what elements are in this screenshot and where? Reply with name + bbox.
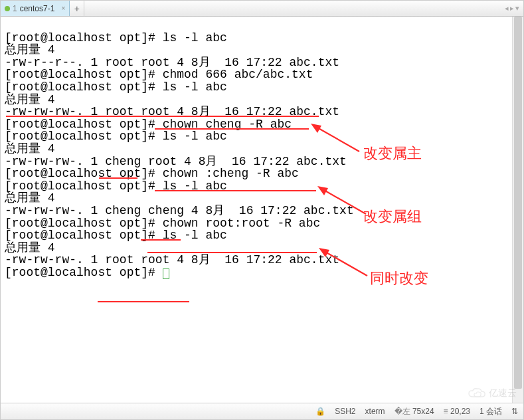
annotation-underline	[98, 301, 189, 302]
tab-nav-controls: ◂ ▸ ▾	[501, 1, 523, 16]
watermark-text: 亿速云	[489, 387, 517, 399]
out-file4: -rw-rw-rw-. 1 cheng cheng 4 8月 16 17:22 …	[5, 204, 354, 217]
cloud-icon	[468, 387, 486, 399]
annotation-underline	[155, 128, 309, 130]
annotation-label-both: 同时改变	[370, 268, 428, 288]
out-total4: 总用量 4	[5, 191, 55, 205]
tab-spacer	[84, 1, 501, 16]
prompt: [root@localhost opt]#	[5, 80, 163, 94]
prompt: [root@localhost opt]#	[5, 130, 163, 143]
cmd-chown-group: chown :cheng -R abc	[163, 167, 299, 180]
status-dot-icon	[5, 6, 10, 11]
annotation-underline	[147, 252, 317, 253]
annotation-underline	[6, 116, 319, 117]
lock-icon: 🔒	[315, 407, 325, 416]
prompt: [root@localhost opt]#	[5, 217, 163, 230]
scroll-thumb[interactable]	[514, 17, 522, 389]
status-term: xterm	[365, 407, 385, 416]
tab-index: 1	[13, 4, 17, 13]
prompt: [root@localhost opt]#	[5, 229, 163, 242]
out-total1: 总用量 4	[5, 43, 55, 56]
add-tab-button[interactable]: +	[70, 1, 84, 16]
cmd-ls3: ls -l abc	[163, 130, 227, 143]
status-pos-group: ≡ 20,23	[444, 407, 470, 416]
cmd-chown-both: chown root:root -R abc	[163, 217, 321, 230]
vertical-scrollbar[interactable]	[512, 17, 523, 403]
status-size-group: �左 75x24	[394, 406, 434, 417]
out-file5: -rw-rw-rw-. 1 root root 4 8月 16 17:22 ab…	[5, 253, 339, 266]
tab-nav-menu-icon[interactable]: ▾	[515, 4, 519, 13]
prompt: [root@localhost opt]#	[5, 31, 163, 45]
cmd-ls1: ls -l abc	[163, 31, 227, 45]
status-session: 1 会话	[480, 406, 502, 417]
tab-nav-left-icon[interactable]: ◂	[505, 4, 509, 13]
out-total3: 总用量 4	[5, 142, 55, 156]
watermark: 亿速云	[468, 387, 517, 399]
close-icon[interactable]: ×	[61, 5, 65, 12]
out-file3: -rw-rw-rw-. 1 cheng root 4 8月 16 17:22 a…	[5, 155, 347, 168]
prompt: [root@localhost opt]#	[5, 167, 163, 180]
annotation-underline	[141, 239, 181, 241]
prompt: [root@localhost opt]#	[5, 179, 163, 193]
status-bar: 🔒 SSH2 xterm �左 75x24 ≡ 20,23 1 会话 ⇅	[1, 403, 523, 419]
cursor-icon	[163, 268, 169, 279]
tab-centos7-1[interactable]: 1 centos7-1 ×	[1, 1, 70, 16]
out-total5: 总用量 4	[5, 241, 55, 255]
cmd-chmod: chmod 666 abc/abc.txt	[163, 68, 313, 81]
terminal-output[interactable]: [root@localhost opt]# ls -l abc 总用量 4 -r…	[1, 17, 512, 403]
prompt: [root@localhost opt]#	[5, 266, 163, 279]
annotation-label-group: 改变属组	[363, 207, 422, 227]
out-total2: 总用量 4	[5, 93, 55, 106]
tab-nav-right-icon[interactable]: ▸	[510, 4, 514, 13]
status-arrows-icon: ⇅	[511, 407, 518, 416]
annotation-label-owner: 改变属主	[363, 144, 422, 163]
prompt: [root@localhost opt]#	[5, 68, 163, 81]
annotation-underline	[99, 177, 137, 179]
prompt: [root@localhost opt]#	[5, 118, 163, 131]
tab-bar: 1 centos7-1 × + ◂ ▸ ▾	[1, 1, 523, 17]
tab-title: centos7-1	[20, 4, 55, 13]
out-file1: -rw-r--r--. 1 root root 4 8月 16 17:22 ab…	[5, 56, 339, 69]
annotation-underline	[155, 190, 316, 191]
cmd-ls2: ls -l abc	[163, 80, 227, 94]
status-protocol: SSH2	[335, 407, 355, 416]
